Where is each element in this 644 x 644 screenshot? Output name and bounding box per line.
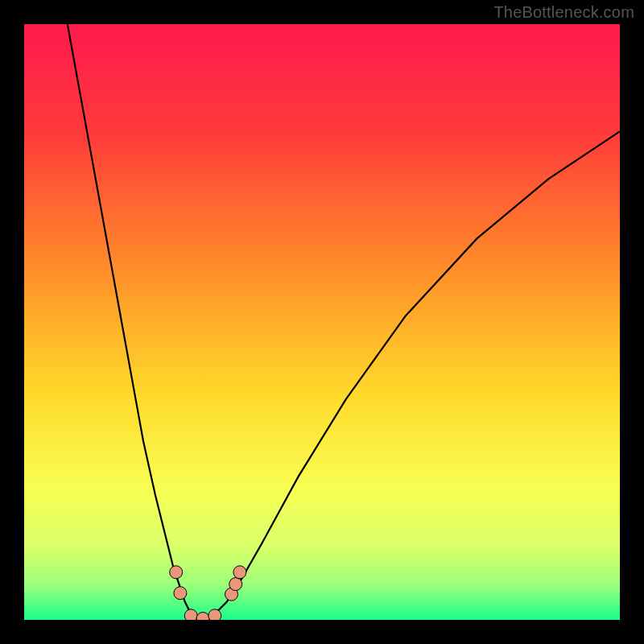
marker-dot	[233, 566, 246, 579]
chart-plot-area	[24, 24, 620, 620]
marker-dot	[184, 609, 197, 620]
chart-container: TheBottleneck.com	[0, 0, 644, 644]
gradient-background	[24, 24, 620, 620]
marker-dot	[174, 587, 187, 600]
marker-dot	[170, 566, 183, 579]
chart-svg	[24, 24, 620, 620]
marker-dot	[229, 578, 242, 591]
marker-dot	[208, 609, 221, 620]
watermark-text: TheBottleneck.com	[493, 3, 634, 22]
